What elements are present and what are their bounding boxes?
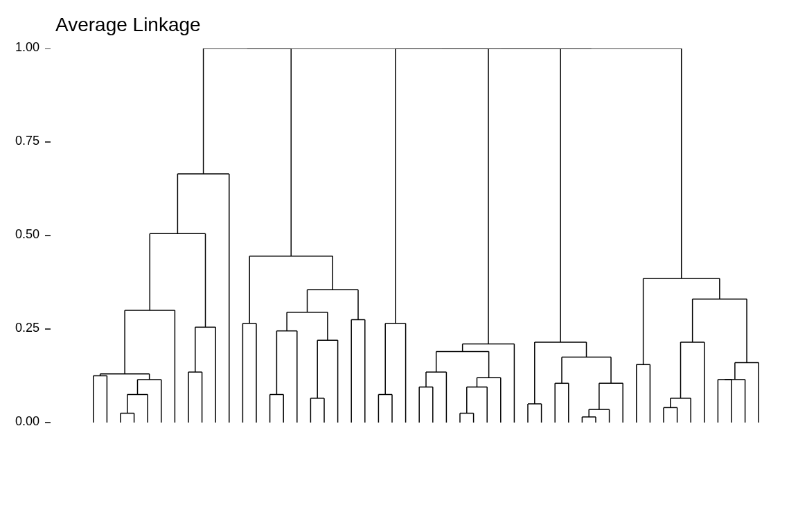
- y-tick-0: 0.00: [5, 414, 39, 429]
- y-tick-3: 0.75: [5, 134, 39, 148]
- chart-title: Average Linkage: [55, 14, 201, 36]
- y-tick-1: 0.25: [5, 321, 39, 335]
- dendrogram-svg: [45, 48, 779, 464]
- dendrogram-chart: Average Linkage 0.00 0.25 0.50 0.75 1.00: [0, 0, 798, 532]
- y-tick-2: 0.50: [5, 227, 39, 242]
- y-tick-4: 1.00: [5, 40, 39, 55]
